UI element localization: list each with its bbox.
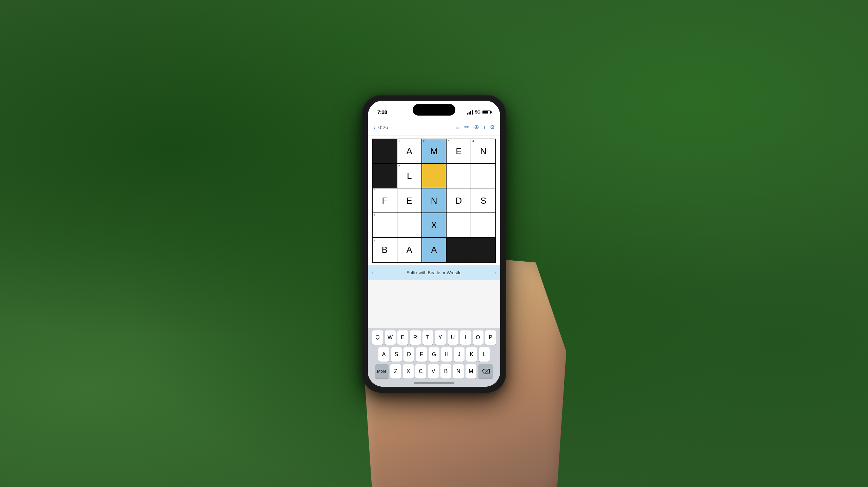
cell-letter: X [431, 221, 437, 229]
cell-number: 5 [398, 164, 400, 167]
grid-cell-r1-c2[interactable] [422, 164, 446, 188]
grid-cell-r1-c1[interactable]: 5L [397, 164, 421, 188]
toolbar-right: ≡ ✏ ⊕ i ⚙ [456, 123, 495, 131]
target-icon[interactable]: ⊕ [474, 123, 479, 131]
info-icon[interactable]: i [484, 124, 485, 131]
grid-cell-r3-c0[interactable]: 7 [373, 213, 397, 237]
grid-cell-r2-c2[interactable]: N [422, 188, 446, 212]
key-V[interactable]: V [428, 364, 439, 379]
cell-number: 1 [398, 140, 400, 143]
grid-cell-r0-c4[interactable]: 4N [471, 139, 495, 163]
key-J[interactable]: J [454, 347, 465, 362]
crossword-grid[interactable]: 1A2M3E4N5L6FENDS7X8BAA [372, 139, 496, 263]
cell-letter: L [407, 171, 412, 180]
cell-letter: E [456, 147, 461, 156]
key-F[interactable]: F [416, 347, 427, 362]
key-G[interactable]: G [429, 347, 439, 362]
key-U[interactable]: U [448, 330, 458, 345]
cell-letter: E [407, 196, 412, 205]
grid-cell-r4-c1[interactable]: A [397, 238, 421, 262]
crossword-area: 1A2M3E4N5L6FENDS7X8BAA ‹ Suffix with Bea… [368, 136, 500, 280]
key-B[interactable]: B [440, 364, 451, 379]
key-N[interactable]: N [453, 364, 464, 379]
app-toolbar: ‹ 0:26 ≡ ✏ ⊕ i ⚙ [368, 119, 500, 136]
grid-cell-r3-c4[interactable] [471, 213, 495, 237]
grid-cell-r3-c3[interactable] [447, 213, 471, 237]
grid-cell-r1-c3[interactable] [447, 164, 471, 188]
cell-number: 7 [374, 214, 375, 217]
battery-fill [483, 111, 488, 114]
keyboard-row-1: Q W E R T Y U I O P [369, 330, 499, 345]
grid-cell-r3-c1[interactable] [397, 213, 421, 237]
cell-letter: N [480, 147, 487, 156]
key-D[interactable]: D [403, 347, 414, 362]
grid-cell-r2-c1[interactable]: E [397, 188, 421, 212]
battery-icon [482, 110, 491, 114]
clue-bar: ‹ Suffix with Beatle or Wrestle › [368, 265, 500, 280]
delete-button[interactable]: ⌫ [478, 364, 493, 379]
gear-icon[interactable]: ⚙ [490, 124, 495, 130]
status-bar: 7:28 5G [368, 101, 500, 119]
grid-cell-r2-c4[interactable]: S [471, 188, 495, 212]
keyboard-area: Q W E R T Y U I O P A S D F G H J K [368, 328, 500, 387]
key-Y[interactable]: Y [435, 330, 446, 345]
grid-cell-r0-c1[interactable]: 1A [397, 139, 421, 163]
key-X[interactable]: X [403, 364, 414, 379]
cell-letter: A [431, 245, 437, 254]
grid-cell-r1-c4[interactable] [471, 164, 495, 188]
status-right: 5G [467, 110, 491, 115]
cell-number: 8 [374, 239, 375, 241]
key-Q[interactable]: Q [372, 330, 383, 345]
key-M[interactable]: M [466, 364, 476, 379]
signal-bar-2 [469, 112, 470, 115]
key-A[interactable]: A [378, 347, 389, 362]
signal-bar-1 [467, 113, 468, 115]
key-H[interactable]: H [441, 347, 452, 362]
status-time: 7:28 [377, 109, 387, 115]
signal-bar-4 [472, 110, 473, 115]
cell-letter: F [382, 196, 387, 205]
key-T[interactable]: T [422, 330, 433, 345]
pencil-icon[interactable]: ✏ [464, 123, 469, 131]
key-E[interactable]: E [397, 330, 408, 345]
cell-letter: A [407, 245, 412, 254]
signal-bars [467, 110, 473, 115]
key-Z[interactable]: Z [390, 364, 401, 379]
key-C[interactable]: C [415, 364, 426, 379]
grid-cell-r4-c4[interactable] [471, 238, 495, 262]
key-L[interactable]: L [479, 347, 490, 362]
cell-number: 4 [472, 140, 474, 143]
more-button[interactable]: More [375, 364, 389, 379]
cell-letter: S [480, 196, 486, 205]
cell-letter: D [455, 196, 462, 205]
grid-cell-r4-c3[interactable] [447, 238, 471, 262]
grid-cell-r2-c3[interactable]: D [447, 188, 471, 212]
grid-cell-r4-c0[interactable]: 8B [373, 238, 397, 262]
keyboard-row-2: A S D F G H J K L [369, 347, 499, 362]
phone-device: 7:28 5G ‹ 0:26 ≡ [368, 101, 500, 387]
cell-letter: M [430, 147, 438, 156]
cell-letter: A [407, 147, 412, 156]
key-S[interactable]: S [391, 347, 402, 362]
key-P[interactable]: P [485, 330, 496, 345]
keyboard-row-3: More Z X C V B N M ⌫ [369, 364, 499, 379]
back-chevron-icon[interactable]: ‹ [373, 123, 376, 131]
key-W[interactable]: W [385, 330, 396, 345]
key-O[interactable]: O [473, 330, 484, 345]
toolbar-left: ‹ 0:26 [373, 123, 388, 131]
list-icon[interactable]: ≡ [456, 124, 459, 131]
grid-cell-r2-c0[interactable]: 6F [373, 188, 397, 212]
key-K[interactable]: K [466, 347, 477, 362]
grid-cell-r4-c2[interactable]: A [422, 238, 446, 262]
grid-cell-r0-c0[interactable] [373, 139, 397, 163]
key-I[interactable]: I [460, 330, 471, 345]
next-clue-arrow[interactable]: › [494, 269, 496, 276]
cell-letter: B [382, 245, 388, 254]
grid-cell-r0-c2[interactable]: 2M [422, 139, 446, 163]
grid-cell-r1-c0[interactable] [373, 164, 397, 188]
network-type: 5G [475, 110, 480, 115]
grid-cell-r3-c2[interactable]: X [422, 213, 446, 237]
grid-cell-r0-c3[interactable]: 3E [447, 139, 471, 163]
key-R[interactable]: R [410, 330, 421, 345]
grid-container: 1A2M3E4N5L6FENDS7X8BAA [368, 136, 500, 265]
